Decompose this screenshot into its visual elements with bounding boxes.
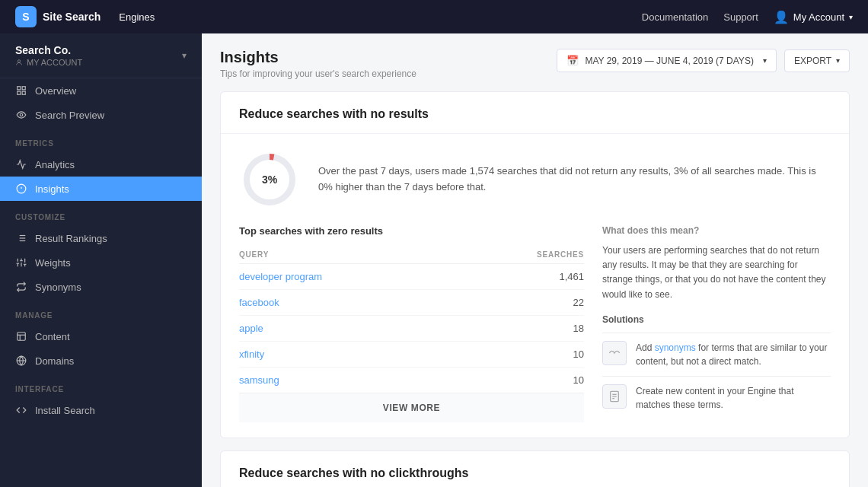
sidebar-item-overview[interactable]: Overview	[0, 78, 202, 103]
layout: Search Co. MY ACCOUNT ▾ Overview Sear	[0, 33, 868, 487]
svg-rect-2	[22, 87, 25, 90]
svg-rect-24	[18, 333, 26, 341]
solution-item-synonyms: Add synonyms for terms that are similar …	[602, 333, 831, 376]
table-row: samsung 10	[239, 368, 584, 393]
page-title: Insights	[220, 49, 416, 66]
no-results-card: Reduce searches with no results 3% Over …	[220, 91, 850, 438]
sidebar-item-synonyms-label: Synonyms	[35, 282, 81, 293]
table-col: Top searches with zero results QUERY SEA…	[239, 225, 584, 422]
two-col-section: Top searches with zero results QUERY SEA…	[221, 225, 849, 438]
sidebar-item-domains-label: Domains	[35, 355, 74, 367]
account-chevron-icon: ▾	[849, 13, 853, 21]
sidebar-item-insights-label: Insights	[35, 183, 69, 195]
zero-results-table: QUERY SEARCHES developer program 1,461 f…	[239, 246, 584, 393]
sidebar-item-insights[interactable]: Insights	[0, 177, 202, 201]
date-picker[interactable]: 📅 MAY 29, 2019 — JUNE 4, 2019 (7 DAYS) ▾	[557, 49, 776, 72]
table-row: developer program 1,461	[239, 264, 584, 290]
account-label: My Account	[793, 11, 844, 23]
logo[interactable]: S Site Search	[15, 6, 101, 27]
sidebar-item-search-preview-label: Search Preview	[35, 110, 104, 121]
table-section-title: Top searches with zero results	[239, 225, 584, 237]
no-results-card-title: Reduce searches with no results	[239, 107, 831, 121]
sidebar-item-weights[interactable]: Weights	[0, 250, 202, 275]
account-button[interactable]: 👤 My Account ▾	[774, 10, 853, 24]
query-cell: apple	[239, 316, 459, 342]
sidebar-item-install-search-label: Install Search	[35, 405, 95, 416]
query-cell: facebook	[239, 290, 459, 316]
sidebar-item-install-search[interactable]: Install Search	[0, 398, 202, 422]
weights-icon	[15, 256, 27, 269]
no-results-card-header: Reduce searches with no results	[221, 92, 849, 134]
documentation-link[interactable]: Documentation	[642, 11, 708, 23]
query-cell: samsung	[239, 368, 459, 393]
topnav-right: Documentation Support 👤 My Account ▾	[642, 10, 853, 24]
header-actions: 📅 MAY 29, 2019 — JUNE 4, 2019 (7 DAYS) ▾…	[557, 49, 850, 72]
code-icon	[15, 404, 27, 416]
sidebar-section-manage-label: MANAGE	[0, 299, 202, 324]
sidebar-item-weights-label: Weights	[35, 257, 71, 269]
query-cell: xfinity	[239, 342, 459, 368]
insight-title: What does this mean?	[602, 225, 831, 236]
sidebar-account-sub: MY ACCOUNT	[15, 58, 82, 67]
sidebar-section-metrics-label: METRICS	[0, 127, 202, 152]
searches-cell: 10	[459, 368, 584, 393]
sidebar-item-result-rankings[interactable]: Result Rankings	[0, 226, 202, 250]
donut-label: 3%	[262, 173, 277, 186]
sidebar-account-name: Search Co.	[15, 44, 82, 56]
calendar-icon: 📅	[566, 55, 579, 66]
table-row: xfinity 10	[239, 342, 584, 368]
sidebar-item-domains[interactable]: Domains	[0, 349, 202, 373]
export-label: EXPORT	[794, 56, 831, 66]
export-button[interactable]: EXPORT ▾	[784, 49, 850, 72]
sidebar-item-synonyms[interactable]: Synonyms	[0, 275, 202, 299]
query-cell: developer program	[239, 264, 459, 290]
searches-cell: 10	[459, 342, 584, 368]
svg-rect-4	[22, 91, 25, 94]
sidebar-account-chevron[interactable]: ▾	[182, 50, 187, 61]
sidebar-account[interactable]: Search Co. MY ACCOUNT ▾	[0, 33, 202, 78]
insight-body: Your users are performing searches that …	[602, 244, 831, 302]
sidebar-section-main: Overview Search Preview	[0, 78, 202, 127]
logo-icon: S	[15, 6, 37, 27]
export-chevron-icon: ▾	[836, 56, 840, 65]
sidebar-item-content[interactable]: Content	[0, 324, 202, 349]
table-row: facebook 22	[239, 290, 584, 316]
main-content: Insights Tips for improving your user's …	[202, 33, 868, 487]
svg-point-0	[18, 60, 20, 62]
insights-icon	[15, 183, 27, 195]
user-icon	[15, 59, 23, 66]
doc-icon	[602, 384, 627, 409]
solution-text-content: Create new content in your Engine that m…	[636, 384, 831, 412]
searches-cell: 1,461	[459, 264, 584, 290]
stat-text: Over the past 7 days, users made 1,574 s…	[318, 164, 831, 196]
topnav: S Site Search Engines Documentation Supp…	[0, 0, 868, 33]
sidebar-item-search-preview[interactable]: Search Preview	[0, 103, 202, 127]
solution-item-content: Create new content in your Engine that m…	[602, 376, 831, 419]
overview-icon	[15, 84, 27, 97]
synonyms-icon	[15, 281, 27, 293]
logo-text: Site Search	[43, 11, 101, 23]
account-icon: 👤	[774, 10, 789, 24]
date-range-label: MAY 29, 2019 — JUNE 4, 2019 (7 DAYS)	[585, 56, 753, 66]
view-more-button[interactable]: VIEW MORE	[239, 393, 584, 422]
rankings-icon	[15, 232, 27, 244]
topnav-links: Engines	[119, 11, 155, 23]
sidebar-item-content-label: Content	[35, 331, 70, 342]
solution-text-synonyms: Add synonyms for terms that are similar …	[636, 341, 831, 368]
donut-chart: 3%	[239, 149, 300, 210]
date-picker-chevron: ▾	[763, 56, 767, 65]
wave-icon	[602, 341, 627, 365]
stat-section: 3% Over the past 7 days, users made 1,57…	[221, 134, 849, 225]
sidebar-section-interface-label: INTERFACE	[0, 373, 202, 398]
searches-cell: 22	[459, 290, 584, 316]
sidebar: Search Co. MY ACCOUNT ▾ Overview Sear	[0, 33, 202, 487]
support-link[interactable]: Support	[723, 11, 758, 23]
topnav-engines-link[interactable]: Engines	[119, 11, 155, 23]
sidebar-item-analytics-label: Analytics	[35, 159, 75, 170]
sidebar-item-analytics[interactable]: Analytics	[0, 152, 202, 177]
domains-icon	[15, 355, 27, 367]
synonyms-link[interactable]: synonyms	[655, 342, 696, 353]
sidebar-item-overview-label: Overview	[35, 85, 76, 97]
insight-col: What does this mean? Your users are perf…	[602, 225, 831, 422]
solutions-title: Solutions	[602, 314, 831, 325]
